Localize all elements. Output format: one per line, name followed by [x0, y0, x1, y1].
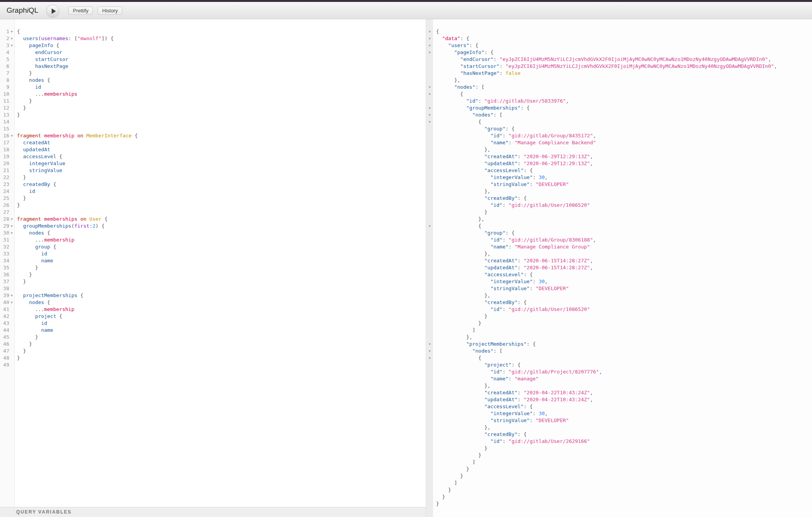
query-editor[interactable]: 1▾{2▾ users(usernames: ["mwoolf"]) {3▾ p…	[0, 19, 426, 507]
line-number: 20	[0, 160, 9, 167]
code-line: ▾ {	[426, 223, 812, 230]
fold-arrow-icon[interactable]: ▾	[9, 42, 14, 49]
fold-arrow-icon[interactable]: ▾	[427, 348, 433, 355]
line-number: 40	[0, 299, 9, 306]
code-line: "createdAt": "2020-04-22T10:43:24Z",	[426, 389, 812, 396]
line-number: 39	[0, 292, 9, 299]
line-number: 41	[0, 306, 9, 313]
fold-arrow-icon[interactable]: ▾	[427, 42, 433, 49]
code-line: 9 id	[0, 84, 426, 91]
code-line: "group": {	[426, 125, 812, 132]
fold-arrow-icon[interactable]: ▾	[9, 35, 14, 42]
code-line: 6 hasNextPage	[0, 63, 426, 70]
line-number: 46	[0, 341, 9, 348]
code-line: ▾ "nodes": [	[426, 112, 812, 118]
fold-arrow-icon[interactable]: ▾	[9, 216, 14, 223]
line-number: 13	[0, 112, 9, 118]
code-line: "stringValue": "DEVELOPER"	[426, 417, 812, 424]
fold-arrow-icon[interactable]: ▾	[427, 112, 433, 118]
code-line: },	[426, 382, 812, 389]
code-line: 29▾ groupMemberships(first:2) {	[0, 223, 426, 230]
code-line: "integerValue": 30,	[426, 278, 812, 285]
workspace: 1▾{2▾ users(usernames: ["mwoolf"]) {3▾ p…	[0, 19, 812, 517]
line-number: 44	[0, 327, 9, 334]
code-line: "createdAt": "2020-06-15T14:28:27Z",	[426, 257, 812, 264]
code-line: "project": {	[426, 362, 812, 368]
fold-arrow-icon[interactable]: ▾	[427, 118, 433, 125]
fold-arrow-icon[interactable]: ▾	[9, 230, 14, 237]
code-line: 46 }	[0, 341, 426, 348]
execute-query-button[interactable]	[46, 5, 59, 18]
code-line: "updatedAt": "2020-04-22T10:43:24Z",	[426, 396, 812, 403]
code-line: "id": "gid://gitlab/User/5833976",	[426, 98, 812, 105]
code-line: "createdAt": "2020-06-29T12:29:13Z",	[426, 153, 812, 160]
code-line: ▾ "nodes": [	[426, 348, 812, 355]
code-line: }	[426, 473, 812, 480]
fold-arrow-icon[interactable]: ▾	[9, 28, 14, 35]
code-line: },	[426, 216, 812, 223]
code-line: 34 name	[0, 257, 426, 264]
code-line: },	[426, 250, 812, 257]
code-line: ]	[426, 327, 812, 334]
graphiql-logo: GraphiQL	[7, 2, 38, 19]
fold-arrow-icon[interactable]: ▾	[9, 299, 14, 306]
code-line: 44 name	[0, 327, 426, 334]
fold-arrow-icon[interactable]: ▾	[427, 84, 433, 91]
code-line: "startCursor": "eyJpZCI6IjU4MzM5NzYiLCJj…	[426, 63, 812, 70]
code-line: "id": "gid://gitlab/User/2629166"	[426, 438, 812, 445]
code-line: "id": "gid://gitlab/User/1086520"	[426, 202, 812, 209]
line-number: 14	[0, 118, 9, 125]
fold-arrow-icon[interactable]: ▾	[9, 132, 14, 139]
code-line: },	[426, 188, 812, 195]
line-number: 16	[0, 132, 9, 139]
code-line: }	[426, 493, 812, 500]
code-line: }	[426, 466, 812, 473]
line-number: 43	[0, 320, 9, 327]
code-line: "id": "gid://gitlab/Group/8306188",	[426, 237, 812, 243]
code-line: ]	[426, 480, 812, 487]
code-line: },	[426, 424, 812, 431]
code-line: "stringValue": "DEVELOPER"	[426, 285, 812, 292]
fold-arrow-icon[interactable]: ▾	[427, 223, 433, 230]
code-line: 21 stringValue	[0, 167, 426, 174]
code-line: 27	[0, 209, 426, 216]
line-number: 23	[0, 181, 9, 188]
line-number: 34	[0, 257, 9, 264]
line-number: 32	[0, 243, 9, 250]
fold-arrow-icon[interactable]: ▾	[9, 292, 14, 299]
code-line: 4 endCursor	[0, 49, 426, 56]
line-number: 38	[0, 285, 9, 292]
line-number: 27	[0, 209, 9, 216]
fold-arrow-icon[interactable]: ▾	[427, 105, 433, 112]
line-number: 10	[0, 91, 9, 98]
code-line: "updatedAt": "2020-06-29T12:29:13Z",	[426, 160, 812, 167]
fold-arrow-icon[interactable]: ▾	[427, 49, 433, 56]
code-line: 15	[0, 125, 426, 132]
line-number: 6	[0, 63, 9, 70]
fold-arrow-icon[interactable]: ▾	[9, 223, 14, 230]
code-line: 31 ...membership	[0, 237, 426, 243]
code-line: 25 }	[0, 195, 426, 202]
code-line: 5 startCursor	[0, 56, 426, 63]
code-line: 23 createdBy {	[0, 181, 426, 188]
fold-arrow-icon[interactable]: ▾	[427, 341, 433, 348]
code-line: "updatedAt": "2020-06-15T14:28:27Z",	[426, 264, 812, 271]
code-line: 22 }	[0, 174, 426, 181]
fold-arrow-icon[interactable]: ▾	[427, 35, 433, 42]
fold-arrow-icon[interactable]: ▾	[427, 355, 433, 362]
code-line: "createdBy": {	[426, 431, 812, 438]
fold-arrow-icon[interactable]: ▾	[427, 91, 433, 98]
line-number: 17	[0, 139, 9, 146]
query-variables-header[interactable]: QUERY VARIABLES	[0, 507, 426, 517]
line-number: 22	[0, 174, 9, 181]
code-line: 2▾ users(usernames: ["mwoolf"]) {	[0, 35, 426, 42]
line-number: 3	[0, 42, 9, 49]
prettify-button[interactable]: Prettify	[68, 7, 93, 15]
code-line: 20 integerValue	[0, 160, 426, 167]
code-line: "accessLevel": {	[426, 271, 812, 278]
code-line: 1▾{	[0, 28, 426, 35]
fold-arrow-icon[interactable]: ▾	[427, 28, 433, 35]
line-number: 24	[0, 188, 9, 195]
code-line: ▾ "pageInfo": {	[426, 49, 812, 56]
history-button[interactable]: History	[98, 7, 122, 15]
